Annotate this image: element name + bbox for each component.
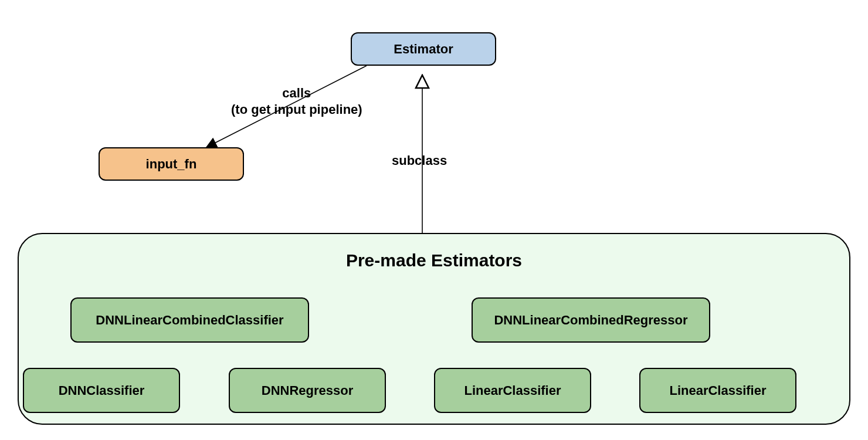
edge-label-subclass: subclass [392, 153, 447, 169]
node-estimator-label: Estimator [394, 42, 453, 57]
node-dnn-regressor-label: DNNRegressor [262, 383, 354, 398]
container-premade-title: Pre-made Estimators [19, 251, 849, 270]
node-linear-classifier-1: LinearClassifier [434, 368, 591, 413]
node-dnn-regressor: DNNRegressor [229, 368, 386, 413]
edge-label-calls: calls (to get input pipeline) [231, 85, 362, 117]
node-dnn-linear-combined-regressor: DNNLinearCombinedRegressor [472, 297, 710, 343]
node-linear-classifier-1-label: LinearClassifier [464, 383, 561, 398]
node-linear-classifier-2-label: LinearClassifier [669, 383, 766, 398]
node-input-fn: input_fn [99, 147, 244, 181]
node-dnn-linear-combined-regressor-label: DNNLinearCombinedRegressor [494, 313, 687, 328]
node-dnn-classifier: DNNClassifier [23, 368, 180, 413]
node-input-fn-label: input_fn [146, 157, 197, 172]
node-dnn-linear-combined-classifier-label: DNNLinearCombinedClassifier [96, 313, 283, 328]
node-dnn-linear-combined-classifier: DNNLinearCombinedClassifier [70, 297, 309, 343]
node-dnn-classifier-label: DNNClassifier [59, 383, 145, 398]
node-linear-classifier-2: LinearClassifier [639, 368, 796, 413]
node-estimator: Estimator [351, 32, 496, 66]
